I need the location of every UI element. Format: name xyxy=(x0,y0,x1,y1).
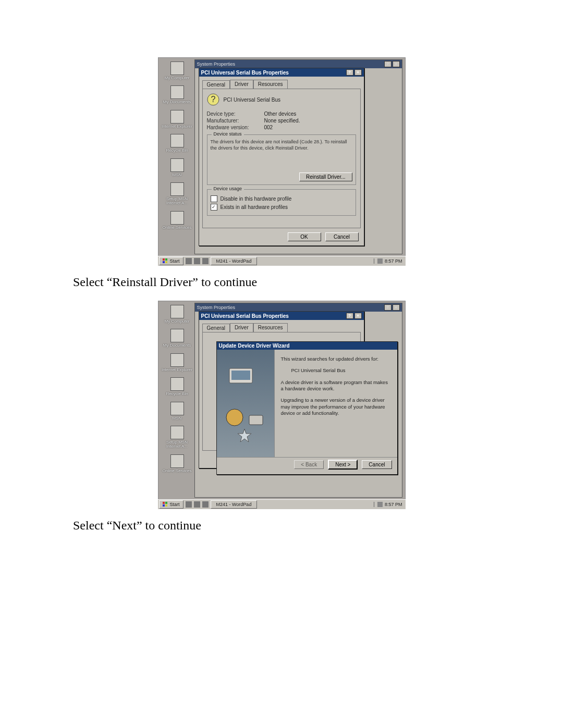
properties-titlebar: PCI Universal Serial Bus Properties ? × xyxy=(199,312,364,320)
quick-launch-icon[interactable] xyxy=(194,258,200,264)
cancel-button[interactable]: Cancel xyxy=(325,232,359,241)
wizard-back-button: < Back xyxy=(294,460,324,469)
folder-icon xyxy=(170,85,184,99)
desktop-icon-msn[interactable]: MSN xyxy=(161,402,193,421)
desktop-icon-my-documents[interactable]: My Documents xyxy=(161,329,193,348)
start-label: Start xyxy=(170,258,180,264)
hardware-version-label: Hardware version: xyxy=(207,125,259,130)
svg-rect-12 xyxy=(165,502,167,504)
computer-icon xyxy=(170,305,184,318)
desktop-icon-setup-msn[interactable]: Setup MSN Internet A... xyxy=(161,426,193,449)
question-device-icon: ? xyxy=(207,93,219,106)
desktop-icon-online-services[interactable]: Online Services xyxy=(161,211,193,230)
quick-launch-icon[interactable] xyxy=(202,501,209,508)
tab-general[interactable]: General xyxy=(202,80,230,89)
exists-all-profiles-label: Exists in all hardware profiles xyxy=(221,204,288,210)
svg-rect-2 xyxy=(163,258,165,261)
tab-resources[interactable]: Resources xyxy=(253,323,288,332)
help-icon[interactable]: ? xyxy=(384,61,391,67)
reinstall-driver-button[interactable]: Reinstall Driver... xyxy=(299,172,352,181)
disable-profile-checkbox[interactable] xyxy=(211,195,217,202)
recycle-icon xyxy=(170,134,184,147)
wizard-line3: Upgrading to a newer version of a device… xyxy=(281,397,392,416)
computer-icon xyxy=(170,61,184,75)
desktop-icon-setup-msn[interactable]: Setup MSN Internet A... xyxy=(161,182,193,206)
quick-launch-icon[interactable] xyxy=(194,501,200,508)
device-status-legend: Device status xyxy=(212,131,244,137)
ie-icon xyxy=(170,353,184,367)
system-properties-title: System Properties xyxy=(197,61,236,67)
desktop-icon-recycle-bin[interactable]: Recycle Bin xyxy=(161,377,193,396)
tray-icon[interactable] xyxy=(377,258,383,264)
properties-title: PCI Universal Serial Bus Properties xyxy=(201,70,289,76)
svg-rect-4 xyxy=(163,261,165,263)
help-icon[interactable]: ? xyxy=(346,69,353,76)
wizard-line1: This wizard searches for updated drivers… xyxy=(281,356,392,362)
svg-text:?: ? xyxy=(211,95,215,104)
system-properties-titlebar: System Properties ? × xyxy=(195,60,402,68)
desktop-icon-internet-explorer[interactable]: Internet Explorer xyxy=(161,353,193,372)
system-properties-title: System Properties xyxy=(197,305,236,310)
svg-point-8 xyxy=(226,409,243,426)
caption-next: Select “Next” to continue xyxy=(73,519,490,533)
start-button[interactable]: Start xyxy=(159,500,183,509)
taskbar-app-label: M241 - WordPad xyxy=(216,258,252,264)
tab-driver[interactable]: Driver xyxy=(230,80,253,89)
tray-clock: 8:57 PM xyxy=(385,258,402,264)
svg-rect-7 xyxy=(231,371,250,380)
wizard-titlebar: Update Device Driver Wizard xyxy=(217,342,397,350)
device-type-label: Device type: xyxy=(207,111,259,117)
taskbar-app-wordpad[interactable]: M241 - WordPad xyxy=(211,500,258,509)
properties-titlebar: PCI Universal Serial Bus Properties ? × xyxy=(199,68,364,77)
wizard-cancel-button[interactable]: Cancel xyxy=(362,460,391,469)
svg-marker-10 xyxy=(238,429,251,442)
desktop-icon-my-computer[interactable]: My Computer xyxy=(161,61,193,80)
msn-icon xyxy=(170,402,184,415)
device-status-text: The drivers for this device are not inst… xyxy=(211,139,352,169)
close-icon[interactable]: × xyxy=(354,313,362,319)
wizard-device-name: PCI Universal Serial Bus xyxy=(291,367,392,374)
help-icon[interactable]: ? xyxy=(384,304,391,311)
desktop-icon-msn[interactable]: MSN xyxy=(161,158,193,177)
hardware-version-value: 002 xyxy=(264,125,273,130)
caption-reinstall: Select “Reinstall Driver” to continue xyxy=(73,275,490,289)
taskbar-app-wordpad[interactable]: M241 - WordPad xyxy=(211,257,258,265)
device-name: PCI Universal Serial Bus xyxy=(224,97,280,103)
start-button[interactable]: Start xyxy=(159,257,183,265)
wizard-line2: A device driver is a software program th… xyxy=(281,379,392,392)
tab-driver[interactable]: Driver xyxy=(230,323,253,332)
svg-rect-14 xyxy=(165,504,167,507)
ie-icon xyxy=(170,110,184,124)
exists-all-profiles-checkbox[interactable]: ✓ xyxy=(211,204,217,211)
desktop-icon-online-services[interactable]: Online Services xyxy=(161,454,193,473)
tray-icon[interactable] xyxy=(377,502,383,507)
close-icon[interactable]: × xyxy=(393,61,400,67)
svg-rect-3 xyxy=(165,258,167,261)
system-properties-titlebar: System Properties ? × xyxy=(195,303,402,312)
desktop-icon-my-documents[interactable]: My Documents xyxy=(161,85,193,104)
quick-launch xyxy=(183,258,211,264)
desktop-icon-recycle-bin[interactable]: Recycle Bin xyxy=(161,134,193,153)
disable-profile-label: Disable in this hardware profile xyxy=(221,196,292,202)
desktop-icon-internet-explorer[interactable]: Internet Explorer xyxy=(161,110,193,129)
services-icon xyxy=(170,211,184,225)
wizard-next-button[interactable]: Next > xyxy=(328,460,358,470)
close-icon[interactable]: × xyxy=(393,304,400,311)
close-icon[interactable]: × xyxy=(354,69,362,76)
windows-logo-icon xyxy=(163,502,168,507)
device-usage-legend: Device usage xyxy=(212,186,244,191)
start-label: Start xyxy=(170,502,180,507)
windows-logo-icon xyxy=(163,258,168,264)
tab-resources[interactable]: Resources xyxy=(253,80,288,89)
svg-rect-11 xyxy=(163,502,165,504)
taskbar-app-label: M241 - WordPad xyxy=(216,502,252,507)
recycle-icon xyxy=(170,377,184,391)
quick-launch-icon[interactable] xyxy=(186,501,192,508)
help-icon[interactable]: ? xyxy=(346,313,353,319)
quick-launch-icon[interactable] xyxy=(202,258,209,264)
desktop-icon-my-computer[interactable]: My Computer xyxy=(161,305,193,324)
tab-general[interactable]: General xyxy=(202,324,230,332)
svg-rect-9 xyxy=(249,415,263,425)
ok-button[interactable]: OK xyxy=(288,232,321,241)
quick-launch-icon[interactable] xyxy=(186,258,192,264)
